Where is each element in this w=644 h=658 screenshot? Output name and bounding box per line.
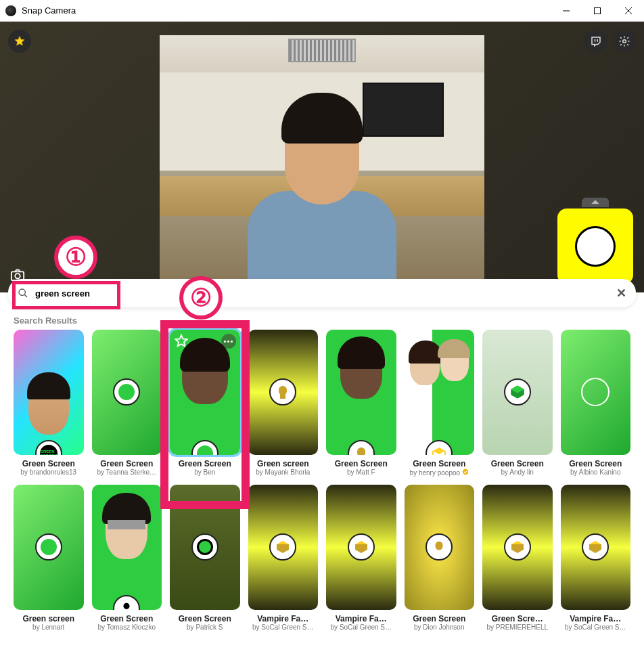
lens-card[interactable]: Vampire Fa… by SoCal Green S… bbox=[561, 485, 631, 631]
annotation-1 bbox=[54, 236, 97, 279]
svg-point-13 bbox=[463, 469, 468, 475]
lens-card[interactable]: Vampire Fa… by SoCal Green S… bbox=[326, 485, 396, 631]
svg-point-8 bbox=[15, 273, 20, 278]
lens-card[interactable]: GREENSCREEN Green Screen by brandonrules… bbox=[14, 330, 84, 477]
verified-icon bbox=[462, 468, 469, 475]
search-bar[interactable]: ✕ bbox=[8, 279, 636, 307]
favorites-button[interactable] bbox=[8, 30, 31, 53]
video-preview bbox=[160, 35, 484, 279]
lens-title: Green Screen bbox=[413, 459, 465, 468]
lens-title: Green Screen bbox=[569, 459, 622, 468]
svg-point-9 bbox=[19, 289, 25, 295]
svg-point-6 bbox=[623, 40, 626, 43]
minimize-button[interactable] bbox=[551, 0, 582, 22]
lens-author: by Mayank Bhoria bbox=[256, 468, 310, 476]
lens-card[interactable]: Green Screen by Albino Kanino bbox=[561, 330, 631, 477]
results-header: Search Results bbox=[0, 307, 644, 330]
window-title: Snap Camera bbox=[22, 5, 551, 16]
svg-rect-1 bbox=[595, 7, 601, 14]
lens-title: Green Screen bbox=[179, 614, 231, 623]
lens-title: Green Screen bbox=[179, 459, 231, 468]
lens-author: by Andy lin bbox=[501, 468, 534, 476]
lens-card[interactable]: Green Screen by Andy lin bbox=[482, 330, 553, 477]
lens-author: by Teanna Sterke… bbox=[97, 468, 156, 476]
svg-rect-11 bbox=[280, 395, 285, 399]
lens-author: by SoCal Green S… bbox=[252, 623, 314, 631]
lens-grid: GREENSCREEN Green Screen by brandonrules… bbox=[0, 330, 644, 644]
lens-title: Green Scre… bbox=[492, 614, 543, 623]
lens-title: Green Screen bbox=[22, 459, 75, 468]
svg-point-14 bbox=[124, 602, 130, 609]
svg-line-10 bbox=[24, 294, 27, 297]
lens-author: by Tomasz Kłoczko bbox=[98, 623, 156, 631]
snapcode[interactable] bbox=[557, 209, 633, 284]
lens-card[interactable]: Vampire Fa… by SoCal Green S… bbox=[248, 485, 319, 631]
settings-button[interactable] bbox=[613, 30, 636, 53]
lens-card[interactable]: Green Screen by Matt F bbox=[326, 330, 396, 477]
lens-title: Green Screen bbox=[100, 614, 153, 623]
lens-title: Green screen bbox=[257, 459, 309, 468]
lens-title: Green Screen bbox=[100, 459, 153, 468]
lens-author: by Lennart bbox=[32, 623, 64, 631]
twitch-button[interactable] bbox=[584, 30, 607, 53]
snapcode-expand-icon[interactable] bbox=[582, 198, 609, 207]
lens-author: by PREMIEREHELL bbox=[486, 623, 548, 631]
search-input[interactable] bbox=[35, 288, 610, 299]
window-controls bbox=[551, 0, 644, 22]
lens-title: Green Screen bbox=[413, 614, 465, 623]
lens-author: by Matt F bbox=[347, 468, 375, 476]
lens-card[interactable]: Green Screen by henry poopoo bbox=[405, 330, 475, 477]
close-button[interactable] bbox=[613, 0, 644, 22]
lens-title: Vampire Fa… bbox=[257, 614, 308, 623]
annotation-2 bbox=[179, 276, 223, 320]
lens-card[interactable]: Green Screen by Patrick S bbox=[170, 485, 240, 631]
lens-author: by henry poopoo bbox=[410, 468, 469, 477]
lens-title: Green Screen bbox=[335, 459, 388, 468]
lens-author: by Albino Kanino bbox=[570, 468, 621, 476]
lens-title: Green screen bbox=[22, 614, 74, 623]
maximize-button[interactable] bbox=[582, 0, 613, 22]
lens-card[interactable]: Green screen by Lennart bbox=[14, 485, 84, 631]
window-titlebar: Snap Camera bbox=[0, 0, 644, 22]
lens-title: Vampire Fa… bbox=[570, 614, 621, 623]
lens-title: Green Screen bbox=[491, 459, 544, 468]
lens-author: by Dion Johnson bbox=[414, 623, 465, 631]
lens-card[interactable]: Green Screen by Teanna Sterke… bbox=[92, 330, 162, 477]
lens-author: by brandonrules13 bbox=[20, 468, 76, 476]
lens-card[interactable]: Green Screen by Dion Johnson bbox=[405, 485, 475, 631]
lens-card[interactable]: Green Screen by Tomasz Kłoczko bbox=[92, 485, 162, 631]
camera-preview-area bbox=[0, 22, 644, 292]
lens-title: Vampire Fa… bbox=[336, 614, 387, 623]
lens-card-selected[interactable]: Green Screen by Ben bbox=[170, 330, 240, 477]
app-icon bbox=[5, 5, 16, 16]
lens-author: by Ben bbox=[194, 468, 215, 476]
lens-card[interactable]: Green screen by Mayank Bhoria bbox=[248, 330, 319, 477]
lens-author: by Patrick S bbox=[187, 623, 223, 631]
clear-search-button[interactable]: ✕ bbox=[616, 286, 626, 301]
search-icon bbox=[18, 288, 28, 299]
lens-author: by SoCal Green S… bbox=[330, 623, 392, 631]
lens-card[interactable]: Green Scre… by PREMIEREHELL bbox=[482, 485, 553, 631]
lens-author: by SoCal Green S… bbox=[565, 623, 626, 631]
